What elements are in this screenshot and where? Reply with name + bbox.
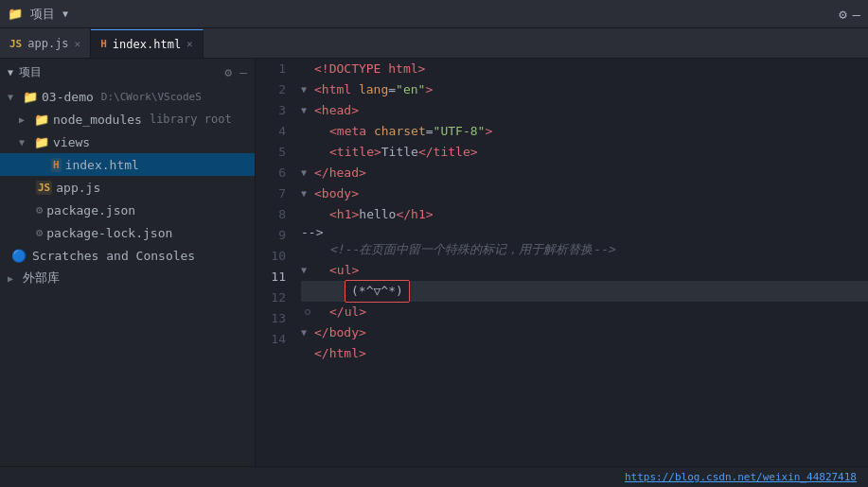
title-label: 项目 <box>30 6 55 23</box>
fold-arrow-7[interactable]: ▼ <box>301 183 314 204</box>
tab-index-html[interactable]: H index.html ✕ <box>91 29 204 58</box>
code-line-4: <meta charset = "UTF-8" > <box>301 121 868 142</box>
folder-icon-03-demo: 📁 <box>23 90 38 104</box>
tree-item-node-modules[interactable]: ▶ 📁 node_modules library root <box>0 108 255 130</box>
tab-bar: JS app.js ✕ H index.html ✕ <box>0 28 868 59</box>
folder-icon-node-modules: 📁 <box>34 113 49 127</box>
tree-badge-node-modules: library root <box>150 113 232 126</box>
line-num-2: 2 <box>256 79 286 100</box>
sidebar-title-label: 项目 <box>19 64 42 80</box>
line-num-13: 13 <box>256 308 286 329</box>
editor: 1 2 3 4 5 6 7 8 9 10 11 12 13 14 < <box>256 59 868 466</box>
tree-arrow-external: ▶ <box>8 273 19 284</box>
tree-item-app-js[interactable]: JS app.js <box>0 176 255 199</box>
code-line-2: ▼ <html lang = "en" > <box>301 79 868 100</box>
title-dropdown-arrow[interactable]: ▼ <box>62 9 68 19</box>
title-bar: 📁 项目 ▼ ⚙ — <box>0 0 868 28</box>
line-num-6: 6 <box>256 163 286 183</box>
line-num-8: 8 <box>256 204 286 225</box>
tab-app-js[interactable]: JS app.js ✕ <box>0 29 91 58</box>
line-num-12: 12 <box>256 287 286 308</box>
tree-item-03-demo[interactable]: ▼ 📁 03-demo D:\CWork\VScodeS <box>0 85 255 108</box>
sidebar-header: ▼ 项目 ⚙ — <box>0 59 255 85</box>
line-num-5: 5 <box>256 142 286 163</box>
minimize-icon[interactable]: — <box>853 7 860 22</box>
editor-content: 1 2 3 4 5 6 7 8 9 10 11 12 13 14 < <box>256 59 868 466</box>
settings-icon[interactable]: ⚙ <box>839 7 846 22</box>
fold-dot-12 <box>301 309 314 315</box>
fold-arrow-13[interactable]: ▼ <box>301 322 314 343</box>
code-line-13: ▼ </body> <box>301 322 868 343</box>
code-line-6: ▼ </head> <box>301 163 868 183</box>
tree-label-03-demo: 03-demo <box>42 90 94 104</box>
code-line-8: <h1> hello </h1> <box>301 204 868 225</box>
tree-arrow-views: ▼ <box>19 137 30 148</box>
tree-arrow-03-demo: ▼ <box>8 92 19 102</box>
html-file-icon: H <box>51 158 62 172</box>
tree-label-index-html: index.html <box>65 158 139 172</box>
code-line-5: <title> Title </title> <box>301 142 868 163</box>
tree-item-package-json[interactable]: ⚙ package.json <box>0 199 255 221</box>
line-num-1: 1 <box>256 59 286 79</box>
blog-url[interactable]: https://blog.csdn.net/weixin_44827418 <box>625 471 857 483</box>
sidebar-expand-icon[interactable]: ▼ <box>8 67 13 78</box>
main-layout: ▼ 项目 ⚙ — ▼ 📁 03-demo D:\CWork\VScodeS ▶ … <box>0 59 868 466</box>
tree-item-views[interactable]: ▼ 📁 views <box>0 130 255 153</box>
fold-arrow-10[interactable]: ▼ <box>301 260 314 281</box>
code-line-7: ▼ <body> <box>301 183 868 204</box>
code-line-3: ▼ <head> <box>301 100 868 121</box>
line-num-9: 9 <box>256 225 286 246</box>
line-num-11: 11 <box>256 267 286 287</box>
tree-label-views: views <box>53 135 90 149</box>
tree-item-package-lock-json[interactable]: ⚙ package-lock.json <box>0 221 255 244</box>
fold-arrow-6[interactable]: ▼ <box>301 163 314 183</box>
fold-arrow-2[interactable]: ▼ <box>301 79 314 100</box>
line-num-10: 10 <box>256 246 286 267</box>
code-line-9: <!--在页面中留一个特殊的标记，用于解析替换--> <box>301 239 868 260</box>
tree-label-scratches: Scratches and Consoles <box>32 249 195 263</box>
js-icon: JS <box>9 38 22 50</box>
html-icon: H <box>100 38 107 50</box>
sidebar-title: ▼ 项目 <box>8 64 42 80</box>
line-numbers: 1 2 3 4 5 6 7 8 9 10 11 12 13 14 <box>256 59 293 466</box>
tree-label-package-lock-json: package-lock.json <box>46 226 172 240</box>
js-file-icon: JS <box>36 181 52 195</box>
tree-label-node-modules: node_modules <box>53 113 142 127</box>
code-line-1: <!DOCTYPE html> <box>301 59 868 79</box>
tab-close-index-html[interactable]: ✕ <box>186 38 193 50</box>
tree-item-index-html[interactable]: H index.html <box>0 153 255 176</box>
tab-label-app-js: app.js <box>27 37 68 50</box>
tab-close-app-js[interactable]: ✕ <box>75 38 81 50</box>
tab-label-index-html: index.html <box>113 38 181 51</box>
json-file-icon: ⚙ <box>36 203 43 217</box>
line-num-7: 7 <box>256 183 286 204</box>
code-line-11: (*^▽^*) <box>301 281 868 302</box>
code-line-10: ▼ <ul> <box>301 260 868 281</box>
tree-label-app-js: app.js <box>56 181 100 195</box>
fold-arrow-3[interactable]: ▼ <box>301 100 314 121</box>
line-num-4: 4 <box>256 121 286 142</box>
tree-label-package-json: package.json <box>46 203 135 217</box>
sidebar-minus-icon[interactable]: — <box>239 65 247 79</box>
special-content-box: (*^▽^*) <box>345 280 410 303</box>
folder-icon: 📁 <box>8 7 23 21</box>
line-num-14: 14 <box>256 329 286 350</box>
tree-item-scratches[interactable]: 🔵 Scratches and Consoles <box>0 244 255 267</box>
scratches-icon: 🔵 <box>11 249 27 263</box>
sidebar-settings-icon[interactable]: ⚙ <box>224 65 232 79</box>
tree-label-external: 外部库 <box>23 270 60 287</box>
tree-item-external[interactable]: ▶ 外部库 <box>0 267 255 289</box>
code-line-14: </html> <box>301 343 868 364</box>
status-bar: https://blog.csdn.net/weixin_44827418 <box>0 466 868 487</box>
code-area[interactable]: <!DOCTYPE html> ▼ <html lang = "en" > ▼ … <box>293 59 868 466</box>
line-num-3: 3 <box>256 100 286 121</box>
tree-path-03-demo: D:\CWork\VScodeS <box>101 91 202 103</box>
tree-arrow-node-modules: ▶ <box>19 114 30 125</box>
json-lock-file-icon: ⚙ <box>36 226 43 239</box>
code-line-12: </ul> <box>301 302 868 322</box>
folder-icon-views: 📁 <box>34 135 49 149</box>
sidebar: ▼ 项目 ⚙ — ▼ 📁 03-demo D:\CWork\VScodeS ▶ … <box>0 59 256 466</box>
